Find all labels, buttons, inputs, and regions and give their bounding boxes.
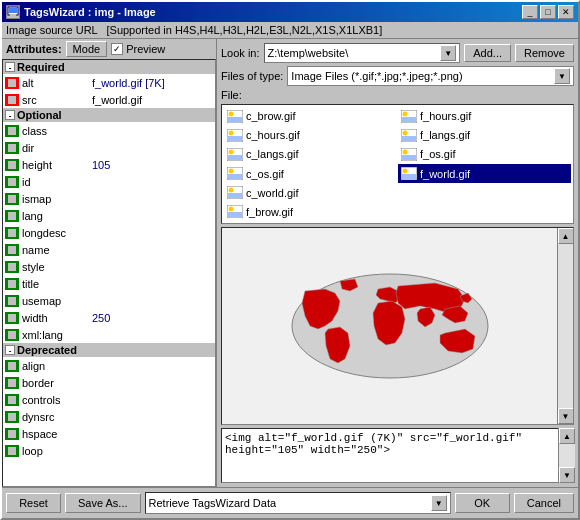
attr-row-style[interactable]: style <box>3 258 215 275</box>
file-icon-f-world <box>401 167 417 181</box>
attr-name-width: width <box>22 312 92 324</box>
svg-rect-25 <box>402 174 416 179</box>
attr-name-lang: lang <box>22 210 92 222</box>
close-button[interactable]: ✕ <box>558 5 574 19</box>
attr-icon-loop <box>5 445 19 457</box>
attr-row-dir[interactable]: dir <box>3 139 215 156</box>
code-scroll-up[interactable]: ▲ <box>559 428 575 444</box>
file-item-c-hours[interactable]: c_hours.gif <box>224 126 397 144</box>
attr-value-height: 105 <box>92 159 213 171</box>
attr-name-name: name <box>22 244 92 256</box>
file-item-c-os[interactable]: c_os.gif <box>224 164 397 182</box>
save-as-button[interactable]: Save As... <box>65 493 141 513</box>
attr-name-xmllang: xml:lang <box>22 329 92 341</box>
code-scroll-track[interactable] <box>559 444 575 467</box>
code-scroll-down[interactable]: ▼ <box>559 467 575 483</box>
remove-button[interactable]: Remove <box>515 44 574 62</box>
optional-section-header[interactable]: - Optional <box>3 108 215 122</box>
svg-point-17 <box>229 149 234 154</box>
attr-row-dynsrc[interactable]: dynsrc <box>3 408 215 425</box>
look-in-dropdown[interactable]: Z:\temp\website\ ▼ <box>264 43 461 63</box>
attr-row-controls[interactable]: controls <box>3 391 215 408</box>
window-title: TagsWizard : img - Image <box>24 6 156 18</box>
attr-row-usemap[interactable]: usemap <box>3 292 215 309</box>
files-type-row: Files of type: Image Files (*.gif;*.jpg;… <box>221 66 574 86</box>
file-item-f-langs[interactable]: f_langs.gif <box>398 126 571 144</box>
retrieve-dropdown[interactable]: Retrieve TagsWizard Data ▼ <box>145 492 451 514</box>
file-icon-f-os <box>401 147 417 161</box>
deprecated-toggle[interactable]: - <box>5 345 15 355</box>
file-name-c-brow: c_brow.gif <box>246 110 296 122</box>
attr-icon-width <box>5 312 19 324</box>
attr-row-hspace[interactable]: hspace <box>3 425 215 442</box>
attr-row-width[interactable]: width 250 <box>3 309 215 326</box>
attr-row-class[interactable]: class <box>3 122 215 139</box>
file-item-c-brow[interactable]: c_brow.gif <box>224 107 397 125</box>
file-name-c-langs: c_langs.gif <box>246 148 299 160</box>
file-item-f-os[interactable]: f_os.gif <box>398 145 571 163</box>
deprecated-section-header[interactable]: - Deprecated <box>3 343 215 357</box>
reset-button[interactable]: Reset <box>6 493 61 513</box>
scroll-track[interactable] <box>558 244 574 408</box>
svg-rect-10 <box>228 136 242 141</box>
attr-name-class: class <box>22 125 92 137</box>
attr-row-title[interactable]: title <box>3 275 215 292</box>
code-area[interactable]: <img alt="f_world.gif (7K)" src="f_world… <box>221 428 574 483</box>
main-content: Attributes: Mode ✓ Preview - Required al… <box>2 39 578 487</box>
maximize-button[interactable]: □ <box>540 5 556 19</box>
attr-row-src[interactable]: src f_world.gif <box>3 91 215 108</box>
svg-rect-31 <box>228 212 242 217</box>
cancel-button[interactable]: Cancel <box>514 493 574 513</box>
attr-row-alt[interactable]: alt f_world.gif [7K] <box>3 74 215 91</box>
attr-icon-xmllang <box>5 329 19 341</box>
svg-rect-7 <box>402 117 416 122</box>
attr-row-align[interactable]: align <box>3 357 215 374</box>
svg-point-20 <box>403 149 408 154</box>
preview-checkbox[interactable]: ✓ <box>111 43 123 55</box>
optional-toggle[interactable]: - <box>5 110 15 120</box>
minimize-button[interactable]: _ <box>522 5 538 19</box>
attr-row-name[interactable]: name <box>3 241 215 258</box>
attr-name-align: align <box>22 360 92 372</box>
attr-row-loop[interactable]: loop <box>3 442 215 459</box>
file-icon-f-brow <box>227 205 243 219</box>
attr-row-longdesc[interactable]: longdesc <box>3 224 215 241</box>
files-type-arrow[interactable]: ▼ <box>554 68 570 84</box>
required-section-header[interactable]: - Required <box>3 60 215 74</box>
attr-name-title: title <box>22 278 92 290</box>
add-button[interactable]: Add... <box>464 44 511 62</box>
attr-row-xmllang[interactable]: xml:lang <box>3 326 215 343</box>
attr-name-id: id <box>22 176 92 188</box>
right-panel: Look in: Z:\temp\website\ ▼ Add... Remov… <box>217 39 578 487</box>
mode-button[interactable]: Mode <box>66 41 108 57</box>
file-item-c-world[interactable]: c_world.gif <box>224 184 397 202</box>
required-toggle[interactable]: - <box>5 62 15 72</box>
files-type-label: Files of type: <box>221 70 283 82</box>
attr-icon-ismap <box>5 193 19 205</box>
attr-icon-dir <box>5 142 19 154</box>
world-map-image <box>290 271 490 381</box>
scroll-up-button[interactable]: ▲ <box>558 228 574 244</box>
attr-icon-height <box>5 159 19 171</box>
preview-check: ✓ Preview <box>111 43 165 55</box>
svg-rect-28 <box>228 193 242 198</box>
file-item-f-hours[interactable]: f_hours.gif <box>398 107 571 125</box>
attr-row-border[interactable]: border <box>3 374 215 391</box>
file-item-f-world[interactable]: f_world.gif <box>398 164 571 182</box>
attr-name-border: border <box>22 377 92 389</box>
attr-icon-style <box>5 261 19 273</box>
file-item-f-brow[interactable]: f_brow.gif <box>224 203 397 221</box>
attributes-header: Attributes: Mode ✓ Preview <box>2 39 216 59</box>
attr-row-id[interactable]: id <box>3 173 215 190</box>
retrieve-arrow[interactable]: ▼ <box>431 495 447 511</box>
file-name-c-world: c_world.gif <box>246 187 299 199</box>
ok-button[interactable]: OK <box>455 493 510 513</box>
files-type-dropdown[interactable]: Image Files (*.gif;*.jpg;*.jpeg;*.png) ▼ <box>287 66 574 86</box>
attr-row-height[interactable]: height 105 <box>3 156 215 173</box>
attr-row-ismap[interactable]: ismap <box>3 190 215 207</box>
attr-row-lang[interactable]: lang <box>3 207 215 224</box>
file-item-c-langs[interactable]: c_langs.gif <box>224 145 397 163</box>
scroll-down-button[interactable]: ▼ <box>558 408 574 424</box>
retrieve-label: Retrieve TagsWizard Data <box>149 497 277 509</box>
look-in-arrow[interactable]: ▼ <box>440 45 456 61</box>
